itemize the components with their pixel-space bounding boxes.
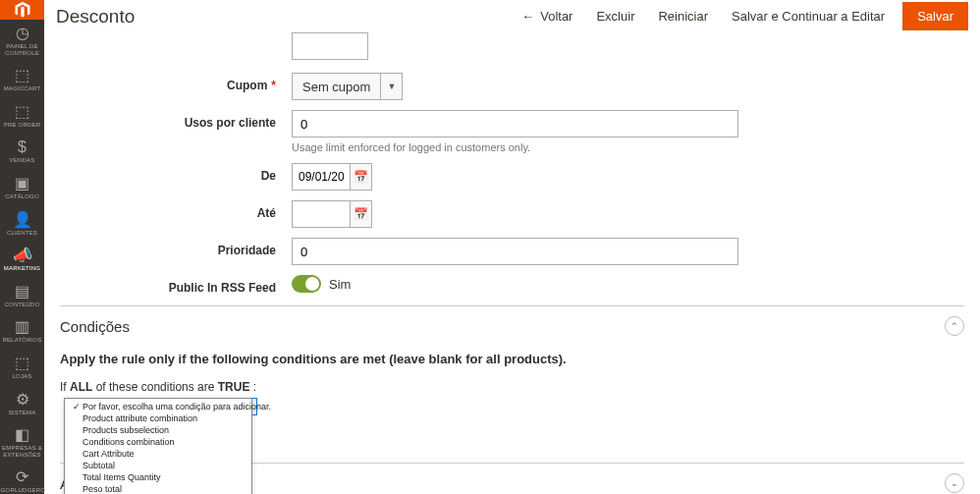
condition-option[interactable]: Total Items Quantity	[65, 471, 251, 483]
nav-label: CLIENTES	[7, 230, 37, 237]
opt-label: Subtotal	[82, 461, 115, 470]
website-textarea[interactable]	[292, 32, 368, 60]
nav-magiccart[interactable]: ⬚MAGICCART	[0, 62, 44, 98]
page-title: Desconto	[56, 6, 510, 27]
form-area: Cupom* Sem cupom ▼ Usos por cliente Usag…	[44, 32, 980, 494]
to-label: Até	[60, 200, 292, 220]
nav-marketing[interactable]: 📣MARKETING	[0, 242, 44, 278]
box-icon: ⬚	[15, 104, 29, 120]
cart-icon: ⬚	[15, 68, 29, 83]
nav-reports[interactable]: ▥RELATÓRIOS	[0, 313, 44, 350]
condition-options-list: ✓Por favor, escolha uma condição para ad…	[64, 398, 252, 494]
cond-all-link[interactable]: ALL	[70, 380, 92, 394]
field-uses-row: Usos por cliente Usage limit enforced fo…	[60, 110, 964, 153]
person-icon: 👤	[13, 212, 32, 228]
nav-preorder[interactable]: ⬚PRE ORDER	[0, 98, 44, 135]
nav-catalog[interactable]: ▣CATÁLOGO	[0, 170, 44, 206]
reset-button[interactable]: Reiniciar	[646, 1, 720, 31]
field-priority-row: Prioridade	[60, 238, 964, 265]
calendar-icon[interactable]: 📅	[350, 164, 371, 190]
rss-toggle-value: Sim	[329, 277, 351, 292]
from-date-field[interactable]	[293, 164, 350, 190]
uses-per-customer-input[interactable]	[292, 110, 738, 137]
to-date-input[interactable]: 📅	[292, 200, 372, 228]
nav-label: VENDAS	[10, 157, 35, 164]
save-continue-label: Salvar e Continuar a Editar	[732, 9, 885, 24]
nav-label: MAGICCART	[4, 85, 41, 92]
field-to-row: Até 📅	[60, 200, 964, 228]
main-content: Desconto ← Voltar Excluir Reiniciar Salv…	[44, 0, 980, 494]
nav-system[interactable]: ⚙SISTEMA	[0, 386, 44, 422]
condition-option[interactable]: Peso total	[65, 483, 251, 494]
layout-icon: ▤	[15, 284, 29, 300]
save-continue-button[interactable]: Salvar e Continuar a Editar	[720, 1, 897, 31]
from-date-input[interactable]: 📅	[292, 163, 372, 191]
magento-icon	[13, 0, 32, 20]
field-textarea-row	[60, 32, 964, 63]
cond-mid: of these conditions are	[92, 380, 217, 394]
cond-true-link[interactable]: TRUE	[218, 380, 250, 394]
uses-hint: Usage limit enforced for logged in custo…	[292, 141, 964, 153]
nav-label: PRE ORDER	[4, 122, 40, 129]
condition-option[interactable]: ✓Por favor, escolha uma condição para ad…	[65, 401, 251, 412]
nav-label: MARKETING	[4, 265, 40, 272]
nav-label: PAINEL DE CONTROLE	[2, 43, 42, 56]
rss-label: Public In RSS Feed	[60, 275, 292, 295]
nav-correios[interactable]: ⟳IGORLUDGERO J - INTEGRAÇÃO CORREIOS	[0, 464, 44, 494]
conditions-section-header[interactable]: Condições ⌃	[60, 305, 964, 346]
back-label: Voltar	[540, 9, 572, 24]
admin-sidebar: ◷PAINEL DE CONTROLE ⬚MAGICCART ⬚PRE ORDE…	[0, 0, 44, 494]
opt-label: Total Items Quantity	[82, 472, 161, 482]
save-label: Salvar	[917, 9, 953, 24]
condition-option[interactable]: Products subselection	[65, 424, 251, 436]
nav-label: RELATÓRIOS	[2, 337, 41, 344]
condition-option[interactable]: Product attribute combination	[65, 412, 251, 424]
nav-stores[interactable]: ⬚LOJAS	[0, 350, 44, 386]
uses-label: Usos por cliente	[60, 110, 292, 130]
arrow-left-icon: ←	[521, 9, 534, 24]
nav-dashboard[interactable]: ◷PAINEL DE CONTROLE	[0, 20, 44, 62]
conditions-intro: Apply the rule only if the following con…	[60, 352, 964, 366]
field-coupon-row: Cupom* Sem cupom ▼	[60, 73, 964, 100]
nav-label: EMPRESAS & EXTENSÕES	[2, 445, 42, 458]
gear-icon: ⚙	[16, 392, 29, 408]
delete-label: Excluir	[596, 9, 634, 24]
back-button[interactable]: ← Voltar	[510, 1, 584, 31]
store-icon: ⬚	[15, 356, 29, 371]
header-actions: ← Voltar Excluir Reiniciar Salvar e Cont…	[510, 1, 968, 31]
gauge-icon: ◷	[16, 26, 29, 41]
puzzle-icon: ◧	[15, 427, 29, 443]
nav-extensions[interactable]: ◧EMPRESAS & EXTENSÕES	[0, 421, 44, 464]
condition-option[interactable]: Conditions combination	[65, 436, 251, 448]
coupon-select[interactable]: Sem cupom ▼	[292, 73, 403, 100]
nav-label: LOJAS	[12, 373, 31, 380]
opt-label: Por favor, escolha uma condição para adi…	[82, 402, 271, 412]
delete-button[interactable]: Excluir	[584, 1, 646, 31]
opt-label: Conditions combination	[82, 437, 175, 447]
dollar-icon: $	[18, 139, 27, 155]
priority-label: Prioridade	[60, 238, 292, 257]
nav-customers[interactable]: 👤CLIENTES	[0, 206, 44, 243]
rss-toggle[interactable]	[292, 275, 321, 293]
rss-toggle-wrap: Sim	[292, 275, 351, 293]
nav-label: IGORLUDGERO J - INTEGRAÇÃO CORREIOS	[0, 487, 45, 494]
chevron-down-icon: ▼	[380, 74, 402, 99]
magento-logo[interactable]	[0, 0, 44, 20]
calendar-icon[interactable]: 📅	[350, 201, 371, 227]
opt-label: Products subselection	[82, 425, 169, 435]
condition-option[interactable]: Subtotal	[65, 460, 251, 471]
page-header: Desconto ← Voltar Excluir Reiniciar Salv…	[44, 0, 980, 32]
from-label: De	[60, 163, 292, 183]
chevron-up-icon: ⌃	[945, 316, 964, 336]
to-date-field[interactable]	[293, 201, 350, 227]
coupon-label: Cupom*	[60, 73, 292, 92]
priority-input[interactable]	[292, 238, 738, 265]
tag-icon: ▣	[15, 176, 29, 192]
coupon-select-value: Sem cupom	[293, 74, 380, 99]
nav-content[interactable]: ▤CONTEÚDO	[0, 278, 44, 314]
reset-label: Reiniciar	[658, 9, 708, 24]
nav-label: CONTEÚDO	[5, 302, 40, 308]
opt-label: Peso total	[82, 484, 122, 494]
nav-sales[interactable]: $VENDAS	[0, 134, 44, 170]
save-button[interactable]: Salvar	[902, 2, 968, 30]
